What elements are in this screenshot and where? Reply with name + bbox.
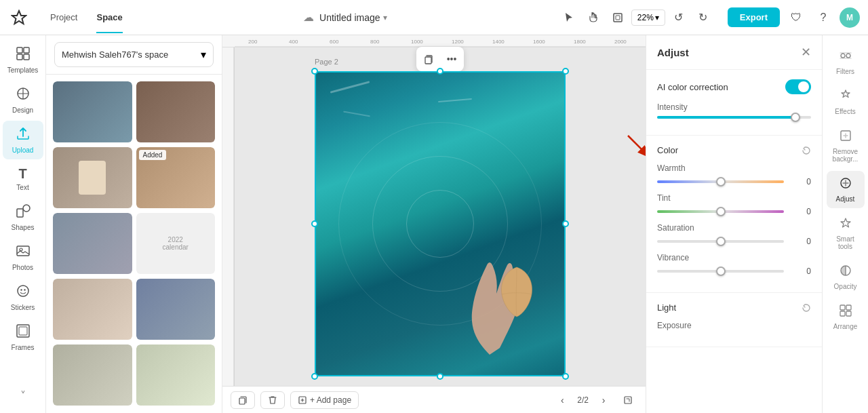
warmth-thumb[interactable] xyxy=(716,177,726,186)
title-chevron[interactable]: ▾ xyxy=(383,13,387,22)
canvas-bottom: + Add page ‹ 2/2 › xyxy=(222,386,646,413)
media-grid: ayo-ogunseinde-Yd9... joel-muniz-KodMXE.… xyxy=(46,75,222,413)
rail-effects[interactable]: Effects xyxy=(827,83,865,121)
color-reset-btn[interactable] xyxy=(802,146,811,155)
hand-tool[interactable] xyxy=(583,7,604,28)
media-item[interactable]: annie-spratt-hX_hf2l... xyxy=(136,345,216,406)
remove-bg-rail-label: Remove backgr... xyxy=(829,148,862,163)
topbar-nav: Project Space xyxy=(41,8,132,26)
light-reset-btn[interactable] xyxy=(802,303,811,313)
warmth-track-row: 0 xyxy=(657,177,811,186)
sidebar-more[interactable]: ˅ xyxy=(3,384,43,408)
page-copy-btn[interactable] xyxy=(419,50,438,68)
saturation-value: 0 xyxy=(789,237,811,246)
rail-remove-bg[interactable]: Remove backgr... xyxy=(827,123,865,168)
stickers-label: Stickers xyxy=(11,304,35,311)
media-item[interactable]: Added olesia-bahrii-etcVdF... xyxy=(136,147,216,209)
media-item[interactable]: ioann-mark-kuzniets... xyxy=(136,279,216,340)
icon-sidebar: Templates Design Upload T Text Shapes xyxy=(0,35,46,413)
exposure-slider-row: Exposure xyxy=(657,321,811,330)
resize-handle-br[interactable] xyxy=(562,373,569,380)
sidebar-item-text[interactable]: T Text xyxy=(3,161,43,197)
sidebar-item-templates[interactable]: Templates xyxy=(3,41,43,79)
logo[interactable] xyxy=(8,7,30,28)
sidebar-item-frames[interactable]: Frames xyxy=(3,318,43,357)
zoom-control[interactable]: 22% ▾ xyxy=(631,9,665,26)
media-item[interactable]: ayo-ogunseinde-Yd9... xyxy=(53,81,132,143)
rail-arrange[interactable]: Arrange xyxy=(827,298,865,336)
sidebar-item-photos[interactable]: Photos xyxy=(3,238,43,277)
canvas-content[interactable]: Page 2 ••• xyxy=(235,47,646,386)
ai-correction-label: AI color correction xyxy=(657,82,728,92)
redo-btn[interactable]: ↻ xyxy=(692,7,714,28)
arrange-rail-label: Arrange xyxy=(833,323,858,330)
svg-rect-7 xyxy=(17,209,23,217)
resize-handle-tm[interactable] xyxy=(437,68,443,75)
page-more-btn[interactable]: ••• xyxy=(442,50,461,68)
intensity-track-row xyxy=(657,116,811,119)
stickers-icon xyxy=(16,283,31,302)
frame-tool[interactable] xyxy=(607,7,629,28)
intensity-thumb[interactable] xyxy=(791,113,800,122)
sidebar-item-shapes[interactable]: Shapes xyxy=(3,198,43,237)
svg-text:1200: 1200 xyxy=(452,39,464,45)
add-page-btn[interactable]: + Add page xyxy=(290,391,359,409)
add-page-label: + Add page xyxy=(310,395,351,405)
select-tool[interactable] xyxy=(558,7,580,28)
design-icon xyxy=(16,86,31,104)
tint-thumb[interactable] xyxy=(716,207,726,216)
next-page-btn[interactable]: › xyxy=(594,391,613,410)
delete-page-btn[interactable] xyxy=(260,391,285,409)
rail-adjust[interactable]: Adjust xyxy=(827,171,865,208)
resize-handle-mr[interactable] xyxy=(562,220,569,227)
media-item[interactable]: joel-muniz-KodMXE... xyxy=(136,81,216,143)
fit-page-btn[interactable] xyxy=(618,391,637,410)
resize-handle-tr[interactable] xyxy=(562,68,569,75)
ai-correction-toggle[interactable] xyxy=(785,79,811,94)
resize-handle-bm[interactable] xyxy=(437,373,443,380)
saturation-track[interactable] xyxy=(657,240,784,243)
media-item[interactable]: omar-lopez-6a7F33... xyxy=(53,147,132,209)
svg-rect-37 xyxy=(840,305,845,310)
vibrance-value: 0 xyxy=(789,267,811,276)
resize-handle-bl[interactable] xyxy=(311,373,318,380)
media-item[interactable]: 2022calendar dec.png xyxy=(136,213,216,275)
sidebar-item-stickers[interactable]: Stickers xyxy=(3,278,43,317)
document-title[interactable]: Untitled image xyxy=(319,12,380,23)
rail-opacity[interactable]: Opacity xyxy=(827,258,865,296)
media-item[interactable]: moses-vega-_YfoAp... xyxy=(53,213,132,275)
vibrance-thumb[interactable] xyxy=(716,267,726,276)
rail-smart-tools[interactable]: Smart tools xyxy=(827,211,865,256)
warmth-slider-row: Warmth 0 xyxy=(657,163,811,186)
media-item[interactable]: tim-bish-fJ8XR7gID... xyxy=(53,279,132,340)
media-item[interactable]: ricardo-moura-Y5JV... xyxy=(53,345,132,406)
sidebar-item-design[interactable]: Design xyxy=(3,81,43,119)
filters-rail-label: Filters xyxy=(836,68,854,75)
canvas-area: 200 400 600 800 1000 1200 1400 1600 1800… xyxy=(222,35,646,413)
intensity-track[interactable] xyxy=(657,116,811,119)
nav-project[interactable]: Project xyxy=(41,8,87,26)
help-btn[interactable]: ? xyxy=(812,7,834,28)
adjust-close-btn[interactable]: ✕ xyxy=(801,45,811,60)
vibrance-track[interactable] xyxy=(657,270,784,273)
space-selector[interactable]: Mehwish Saleh767's space ▾ xyxy=(54,42,214,67)
avatar[interactable]: M xyxy=(840,7,860,28)
resize-handle-tl[interactable] xyxy=(311,68,318,75)
duplicate-page-btn[interactable] xyxy=(231,391,255,409)
rail-filters[interactable]: Filters xyxy=(827,43,865,81)
undo-btn[interactable]: ↺ xyxy=(668,7,690,28)
page-counter: 2/2 xyxy=(577,395,589,405)
prev-page-btn[interactable]: ‹ xyxy=(553,391,572,410)
tint-track[interactable] xyxy=(657,210,784,213)
design-label: Design xyxy=(12,106,33,114)
shield-btn[interactable]: 🛡 xyxy=(785,7,807,28)
resize-handle-ml[interactable] xyxy=(311,220,318,227)
warmth-track[interactable] xyxy=(657,180,784,183)
frames-icon xyxy=(16,323,31,342)
svg-rect-15 xyxy=(19,327,27,335)
nav-space[interactable]: Space xyxy=(87,8,132,26)
saturation-thumb[interactable] xyxy=(716,237,726,246)
export-button[interactable]: Export xyxy=(728,7,780,27)
svg-rect-29 xyxy=(239,398,245,404)
sidebar-item-upload[interactable]: Upload xyxy=(3,121,43,159)
